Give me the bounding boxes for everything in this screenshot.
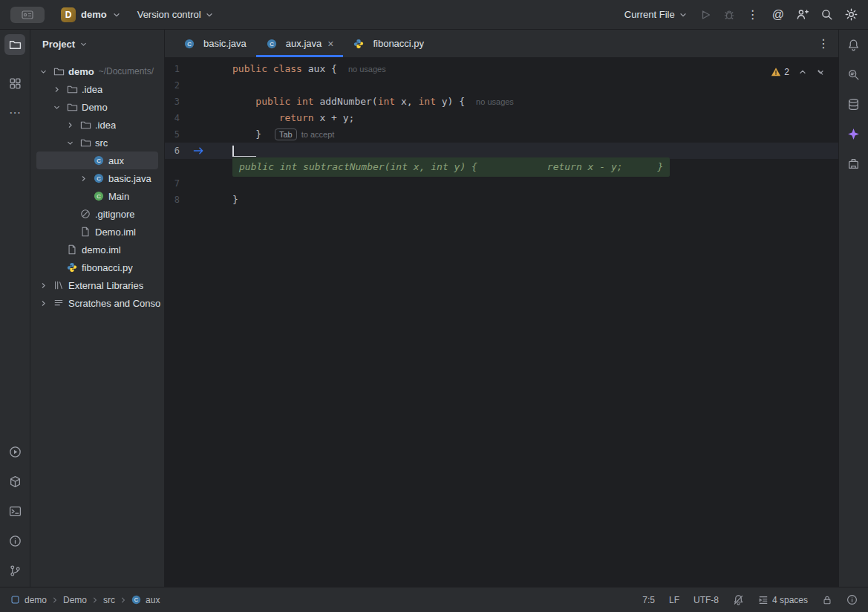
run-tool-button[interactable] [4, 441, 25, 462]
breadcrumb: demo Demo src C aux [10, 595, 160, 605]
code-text: public class aux {no usages [232, 61, 386, 77]
tree-item-demo-folder[interactable]: Demo [30, 98, 164, 116]
tree-item-gitignore[interactable]: .gitignore [30, 205, 164, 223]
ai-assistant-tool-button[interactable] [843, 123, 864, 144]
read-only-lock-icon[interactable] [822, 595, 832, 605]
debug-button[interactable] [723, 9, 735, 21]
svg-text:C: C [270, 40, 274, 47]
close-icon[interactable]: × [327, 39, 333, 49]
java-class-icon: C [266, 39, 278, 49]
project-tool-button[interactable] [4, 34, 25, 55]
ai-inline-suggestion[interactable]: public int subtractNumber(int x, int y) … [232, 157, 670, 177]
inline-suggestion-line[interactable]: public int subtractNumber(int x, int y) … [165, 159, 838, 175]
search-everywhere-icon[interactable] [820, 8, 833, 21]
chevron-down-icon[interactable] [39, 68, 53, 76]
window-controls-widget[interactable] [10, 7, 45, 23]
code-line[interactable]: 3 public int addNumber(int x, int y) {no… [165, 94, 838, 110]
python-file-icon [66, 262, 78, 273]
notifications-muted-icon[interactable] [733, 594, 744, 605]
tab-fibonacci-py[interactable]: fibonacci.py [343, 30, 434, 57]
vcs-widget[interactable]: Version control [137, 9, 214, 20]
code-line[interactable]: 1 public class aux {no usages [165, 61, 838, 77]
chevron-right-icon[interactable] [39, 299, 53, 307]
java-class-icon: C [93, 173, 105, 183]
more-tool-windows-icon[interactable]: ⋯ [4, 102, 25, 123]
tree-item-aux[interactable]: C aux [36, 152, 158, 169]
tab-label: basic.java [203, 38, 247, 49]
tree-item-basic-java[interactable]: C basic.java [30, 169, 164, 187]
window-controls-icon [22, 10, 33, 19]
more-actions-kebab-icon[interactable]: ⋮ [747, 9, 759, 21]
warnings-indicator[interactable]: 2 [771, 64, 789, 80]
indent-widget[interactable]: 4 spaces [758, 595, 808, 605]
run-button[interactable] [699, 9, 711, 21]
code-line[interactable]: 8 } [165, 192, 838, 208]
folder-icon [79, 137, 91, 149]
tab-options-kebab-icon[interactable]: ⋮ [818, 36, 829, 51]
code-with-me-icon[interactable] [796, 8, 809, 21]
tree-item-external-libraries[interactable]: External Libraries [30, 276, 164, 294]
project-panel-header[interactable]: Project [30, 30, 164, 58]
line-number: 5 [165, 126, 180, 143]
indent-icon [758, 595, 769, 605]
tree-item-demo-root[interactable]: demo ~/Documents/ [30, 62, 164, 80]
breadcrumb-item[interactable]: demo [25, 595, 47, 605]
code-line[interactable]: 4 return x + y; [165, 110, 838, 126]
next-problem-chevron-icon[interactable] [816, 68, 825, 76]
java-class-icon: C [183, 39, 195, 49]
folder-icon [79, 120, 91, 131]
tree-item-src-folder[interactable]: src [30, 134, 164, 152]
chevron-right-icon[interactable] [39, 281, 53, 290]
line-separator-widget[interactable]: LF [669, 595, 679, 605]
chevron-down-icon[interactable] [66, 139, 79, 147]
encoding-widget[interactable]: UTF-8 [694, 595, 719, 605]
python-file-icon [353, 39, 365, 49]
tab-aux-java[interactable]: C aux.java × [256, 30, 344, 57]
code-line-current[interactable]: 6 [165, 143, 838, 159]
breadcrumb-item[interactable]: aux [146, 595, 160, 605]
breadcrumb-item[interactable]: src [103, 595, 115, 605]
plugins-tool-button[interactable] [843, 153, 864, 174]
project-widget[interactable]: D demo [61, 7, 121, 22]
code-editor[interactable]: 2 1 public class aux {no usages 2 3 [165, 58, 838, 587]
structure-tool-button[interactable] [4, 73, 25, 94]
status-info-icon[interactable] [846, 594, 858, 605]
terminal-tool-button[interactable] [4, 501, 25, 521]
settings-gear-icon[interactable] [845, 8, 858, 21]
tree-item-fibonacci-py[interactable]: fibonacci.py [30, 258, 164, 276]
global-actions-group: @ [772, 8, 858, 21]
ai-assistant-at-icon[interactable]: @ [772, 9, 784, 21]
code-line[interactable]: 2 [165, 77, 838, 94]
find-tool-button[interactable] [843, 64, 864, 85]
code-plain: } [232, 126, 267, 143]
tree-item-scratches[interactable]: Scratches and Conso [30, 294, 164, 312]
chevron-right-icon[interactable] [79, 175, 93, 183]
editor-area: C basic.java C aux.java × fibonacci.py ⋮ [165, 30, 838, 587]
database-tool-button[interactable] [843, 94, 864, 114]
tab-basic-java[interactable]: C basic.java [174, 30, 256, 57]
notifications-tool-button[interactable] [843, 34, 864, 55]
previous-problem-chevron-icon[interactable] [798, 68, 807, 76]
chevron-down-icon[interactable] [53, 103, 66, 111]
tree-item-label: Demo.iml [95, 227, 136, 238]
chevron-right-icon[interactable] [53, 85, 66, 94]
code-keyword: public int [255, 94, 313, 110]
tree-item-main[interactable]: C Main [30, 187, 164, 205]
chevron-down-icon [205, 10, 214, 19]
code-line[interactable]: 7 [165, 175, 838, 192]
caret-underline [234, 146, 256, 157]
problems-tool-button[interactable] [4, 530, 25, 551]
version-control-tool-button[interactable] [4, 560, 25, 581]
chevron-right-icon[interactable] [66, 121, 79, 129]
status-bar: demo Demo src C aux 7:5 LF UTF-8 4 space… [0, 587, 868, 612]
caret-position-widget[interactable]: 7:5 [642, 595, 655, 605]
code-line[interactable]: 5 } Tabto accept [165, 126, 838, 143]
run-configuration-selector[interactable]: Current File [624, 9, 688, 20]
breadcrumb-item[interactable]: Demo [63, 595, 87, 605]
tree-item-demo-iml[interactable]: Demo.iml [30, 223, 164, 241]
tree-item-outer-demo-iml[interactable]: demo.iml [30, 241, 164, 258]
tree-item-idea-folder[interactable]: .idea [30, 80, 164, 98]
editor-tabs-bar: C basic.java C aux.java × fibonacci.py ⋮ [165, 30, 838, 58]
tree-item-inner-idea-folder[interactable]: .idea [30, 116, 164, 134]
services-tool-button[interactable] [4, 471, 25, 492]
